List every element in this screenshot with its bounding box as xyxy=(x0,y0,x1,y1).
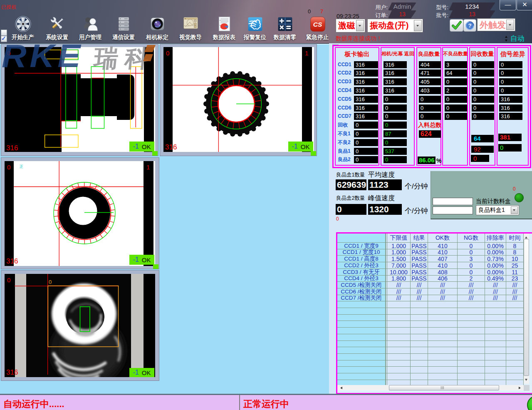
detail-cell: /// xyxy=(458,282,485,288)
detail-cell: 7.000 xyxy=(387,262,411,269)
detail-cell xyxy=(387,308,411,315)
tray-input-2[interactable] xyxy=(433,206,473,214)
detail-row: CCD7 /检测关闭////////////////// xyxy=(337,295,524,301)
detail-cell xyxy=(337,354,386,360)
badge-value: -1 xyxy=(133,143,139,150)
stats-value: 0 xyxy=(419,96,441,103)
model-field[interactable]: 1234 xyxy=(449,2,495,10)
detail-cell xyxy=(485,334,506,341)
stats-value: 0 xyxy=(472,70,494,77)
scroll-right-icon[interactable] xyxy=(519,387,522,389)
result-badge: -1OK xyxy=(288,142,313,152)
signal-extra: 0 xyxy=(498,144,522,152)
box2-count-value: 0 xyxy=(336,204,366,215)
detail-cell xyxy=(387,321,411,328)
trigger-combobox[interactable]: 外触发 xyxy=(477,18,515,31)
result-badge: -1OK xyxy=(129,142,154,152)
detail-cell: 410 xyxy=(428,243,458,249)
scrollbar-corner xyxy=(524,385,530,391)
vertical-scroll-thumb[interactable] xyxy=(524,239,529,376)
detail-cell xyxy=(458,347,485,354)
camera-panel-ccd1: 0 316 -1OK xyxy=(1,44,158,156)
wind-icon xyxy=(247,15,264,32)
detail-cell xyxy=(506,347,524,354)
detail-cell xyxy=(411,315,428,321)
stats-value: 0 xyxy=(472,87,494,94)
detail-cell xyxy=(506,341,524,347)
box1-count-value: 629639 xyxy=(336,179,366,190)
stats-value: 0 xyxy=(384,96,407,103)
detail-cell xyxy=(428,301,458,308)
detail-cell: PASS xyxy=(411,249,428,256)
stats-col-board-output: 板卡输出 CCD1316CCD2316CCD3316CCD4316CCD5316… xyxy=(335,47,379,166)
users-icon xyxy=(82,15,99,32)
servers-icon xyxy=(115,15,132,32)
dropdown-arrow-icon[interactable] xyxy=(356,20,364,31)
tools-icon xyxy=(49,15,66,32)
detail-cell: CCD7 /检测关闭 xyxy=(337,295,386,301)
horizontal-scroll-thumb[interactable] xyxy=(389,385,499,390)
box1-count-label: 良品盒1数量 xyxy=(336,171,365,179)
batch-field[interactable]: 13 xyxy=(449,10,495,18)
close-button[interactable]: ✕ xyxy=(517,0,532,10)
detail-cell xyxy=(506,321,524,328)
detail-cell: /// xyxy=(411,295,428,301)
detail-cell: OK数 xyxy=(428,234,458,243)
vertical-scrollbar[interactable] xyxy=(524,234,529,384)
box2-count-label: 良品盒2数量 xyxy=(336,195,365,202)
spin-up-icon[interactable] xyxy=(505,35,507,38)
stats-value: 0 xyxy=(354,156,378,163)
detail-cell xyxy=(411,334,428,341)
svg-text:1: 1 xyxy=(146,164,150,171)
emergency-stop-button[interactable]: CS 紧急停止 xyxy=(297,15,337,41)
dropdown-arrow-icon[interactable] xyxy=(506,20,514,30)
badge-value: -1 xyxy=(292,143,298,150)
detail-cell xyxy=(506,328,524,334)
ccd3-image: 0 1 316 正 xyxy=(5,161,155,266)
scroll-down-icon[interactable] xyxy=(525,379,527,382)
detail-row: CCD6 /检测关闭////////////////// xyxy=(337,288,524,295)
stats-row-label: 不良1 xyxy=(338,130,351,137)
tray-combobox[interactable]: 良品料盒1 xyxy=(476,205,519,215)
detail-cell: 1.800 xyxy=(387,276,411,282)
excite-combobox[interactable]: 激磁 xyxy=(336,19,365,32)
detail-cell xyxy=(428,354,458,360)
detail-cell xyxy=(387,315,411,321)
dropdown-arrow-icon[interactable] xyxy=(414,20,422,31)
help-button[interactable]: ? xyxy=(463,19,476,32)
vibrator-combobox[interactable]: 振动盘(开) xyxy=(367,19,423,32)
detail-cell xyxy=(485,321,506,328)
scroll-left-icon[interactable] xyxy=(339,387,342,389)
badge-ok-label: OK xyxy=(142,369,151,376)
scroll-up-icon[interactable] xyxy=(525,235,527,239)
green-check-icon xyxy=(452,20,462,30)
detail-cell: CCD1 / 宽度9 xyxy=(337,243,386,249)
dropdown-arrow-icon[interactable] xyxy=(511,206,518,214)
spin-down-icon[interactable] xyxy=(505,40,507,43)
detail-cell: 结果 xyxy=(411,234,428,243)
order-field[interactable]: 13 xyxy=(388,10,416,18)
film-reel-icon xyxy=(15,15,32,32)
detail-cell xyxy=(337,334,386,341)
detail-cell: 408 xyxy=(428,269,458,276)
horizontal-scrollbar[interactable] xyxy=(337,385,524,390)
detail-cell xyxy=(506,354,524,360)
detail-cell: PASS xyxy=(411,256,428,262)
badge-ok-label: OK xyxy=(301,143,310,150)
detail-cell: NG数 xyxy=(458,234,485,243)
detail-cell xyxy=(428,341,458,347)
minimize-button[interactable]: — xyxy=(500,0,516,10)
detail-cell: /// xyxy=(387,282,411,288)
detail-cell: 0.00% xyxy=(485,249,506,256)
tray-input-1[interactable] xyxy=(433,198,473,205)
detail-cell xyxy=(337,328,386,334)
detail-cell xyxy=(428,360,458,367)
detail-cell xyxy=(411,328,428,334)
user-field[interactable]: Admin xyxy=(388,2,416,10)
detail-cell xyxy=(387,341,411,347)
confirm-button[interactable] xyxy=(450,19,463,32)
vibrator-combobox-value: 振动盘(开) xyxy=(370,19,408,32)
stats-value: 0 xyxy=(499,87,522,94)
stats-value: 0 xyxy=(354,122,378,129)
detail-empty-row xyxy=(337,321,524,328)
